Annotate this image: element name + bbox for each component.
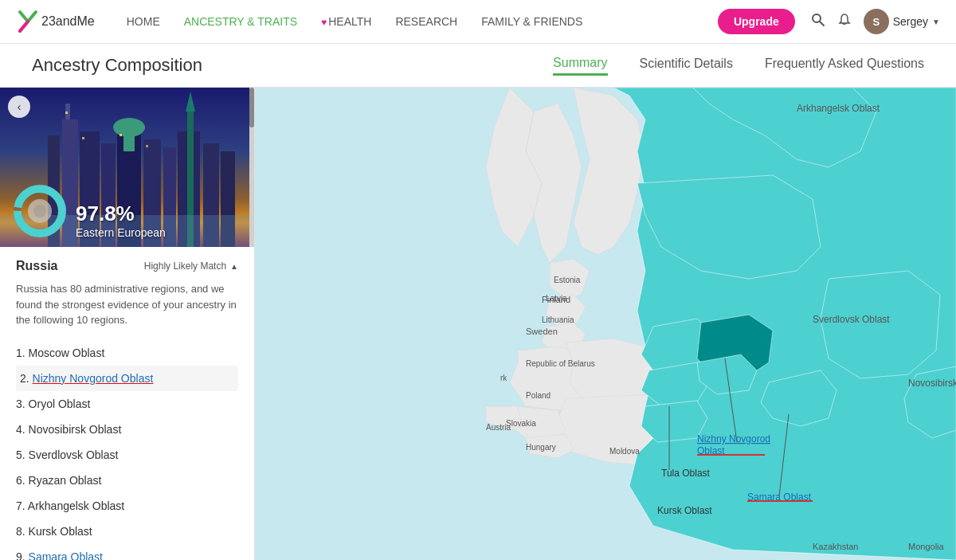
sub-header: Ancestry Composition Summary Scientific … — [0, 44, 956, 88]
notifications-button[interactable] — [837, 13, 852, 31]
label-austria: Austria — [486, 423, 511, 432]
logo-text: 23andMe — [41, 14, 95, 29]
svg-rect-13 — [123, 127, 135, 151]
list-item[interactable]: 3. Oryol Oblast — [16, 391, 238, 417]
label-kursk: Kursk Oblast — [657, 505, 712, 516]
back-button[interactable]: ‹ — [8, 96, 30, 118]
tab-summary[interactable]: Summary — [553, 56, 607, 76]
upgrade-button[interactable]: Upgrade — [718, 9, 795, 34]
donut-label: 97.8% Eastern European — [76, 202, 166, 239]
label-arkhangelsk: Arkhangelsk Oblast — [797, 103, 880, 114]
label-poland: Poland — [526, 391, 550, 400]
header-icons: S Sergey ▼ — [811, 9, 940, 34]
label-kazakhstan: Kazakhstan — [813, 542, 858, 551]
samara-link[interactable]: Samara Oblast — [29, 550, 103, 561]
sub-nav: Summary Scientific Details Frequently As… — [553, 56, 924, 76]
list-item[interactable]: 4. Novosibirsk Oblast — [16, 417, 238, 442]
donut-chart — [12, 183, 68, 239]
donut-container: 97.8% Eastern European — [12, 183, 166, 239]
region-title: Russia — [16, 259, 57, 273]
list-item[interactable]: 8. Kursk Oblast — [16, 519, 238, 544]
svg-line-2 — [20, 22, 28, 31]
page-title: Ancestry Composition — [32, 55, 553, 76]
health-dot: ♥ — [321, 17, 327, 28]
chevron-down-icon: ▼ — [932, 18, 940, 26]
header: 23andMe HOME ANCESTRY & TRAITS ♥HEALTH R… — [0, 0, 956, 44]
label-tula: Tula Oblast — [661, 468, 711, 479]
search-button[interactable] — [811, 13, 825, 31]
region-list: 1. Moscow Oblast 2. Nizhny Novgorod Obla… — [16, 340, 238, 561]
user-menu[interactable]: S Sergey ▼ — [864, 9, 940, 34]
map-area: Finland Sweden Estonia Latvia Lithuania … — [255, 88, 956, 560]
main-nav: HOME ANCESTRY & TRAITS ♥HEALTH RESEARCH … — [127, 15, 710, 28]
tab-scientific-details[interactable]: Scientific Details — [640, 57, 733, 74]
scrollbar-thumb[interactable] — [249, 88, 254, 127]
label-mongolia: Mongolia — [908, 542, 945, 551]
list-item[interactable]: 7. Arkhangelsk Oblast — [16, 493, 238, 519]
sidebar: ‹ 97.8% Eastern European — [0, 88, 255, 560]
main-content: ‹ 97.8% Eastern European — [0, 88, 956, 560]
user-name: Sergey — [893, 15, 928, 28]
sidebar-image-area: ‹ 97.8% Eastern European — [0, 88, 254, 247]
logo-icon — [16, 10, 40, 33]
nav-home[interactable]: HOME — [127, 15, 160, 28]
bell-icon — [837, 13, 852, 27]
svg-line-4 — [820, 22, 824, 25]
avatar: S — [864, 9, 889, 34]
svg-line-0 — [20, 12, 28, 22]
nav-research[interactable]: RESEARCH — [395, 15, 457, 28]
label-sweden: Sweden — [526, 327, 558, 336]
chevron-up-icon: ▲ — [230, 262, 238, 271]
svg-rect-24 — [120, 134, 122, 136]
label-belarus: Republic of Belarus — [526, 359, 595, 368]
svg-point-29 — [33, 205, 46, 217]
label-sverdlovsk: Sverdlovsk Oblast — [813, 314, 890, 325]
label-novosibirsk: Novosibirsk Oblast — [908, 378, 956, 389]
nav-health[interactable]: ♥HEALTH — [321, 15, 371, 28]
label-rk: rk — [500, 374, 507, 382]
label-latvia: Latvia — [546, 294, 567, 303]
list-item[interactable]: 5. Sverdlovsk Oblast — [16, 442, 238, 468]
list-item[interactable]: 1. Moscow Oblast — [16, 340, 238, 366]
list-item[interactable]: 9. Samara Oblast — [16, 544, 238, 561]
label-nizhny-novgorod: Nizhny Novgorod — [697, 433, 770, 444]
tab-faq[interactable]: Frequently Asked Questions — [765, 57, 924, 74]
map-svg: Finland Sweden Estonia Latvia Lithuania … — [255, 88, 956, 560]
scrollbar-track[interactable] — [249, 88, 254, 247]
match-text: Highly Likely Match — [144, 260, 226, 272]
label-lithuania: Lithuania — [542, 315, 574, 324]
nav-ancestry[interactable]: ANCESTRY & TRAITS — [184, 15, 297, 28]
list-item[interactable]: 2. Nizhny Novgorod Oblast — [16, 366, 238, 391]
region-header: Russia Highly Likely Match ▲ — [16, 259, 238, 273]
region-description: Russia has 80 administrative regions, an… — [16, 281, 238, 328]
search-icon — [811, 13, 825, 27]
label-moldova: Moldova — [609, 447, 640, 456]
donut-percent: 97.8% — [76, 202, 166, 226]
svg-rect-25 — [146, 145, 148, 147]
label-hungary: Hungary — [526, 443, 556, 452]
sidebar-content: Russia Highly Likely Match ▲ Russia has … — [0, 247, 254, 560]
nizhny-novgorod-link[interactable]: Nizhny Novgorod Oblast — [33, 372, 154, 385]
nav-family[interactable]: FAMILY & FRIENDS — [481, 15, 582, 28]
svg-rect-22 — [65, 112, 68, 114]
svg-rect-23 — [82, 137, 84, 139]
logo: 23andMe — [16, 10, 95, 33]
list-item[interactable]: 6. Ryazan Oblast — [16, 468, 238, 493]
donut-text: Eastern European — [76, 226, 166, 239]
label-estonia: Estonia — [554, 276, 581, 284]
match-badge: Highly Likely Match ▲ — [144, 260, 238, 272]
